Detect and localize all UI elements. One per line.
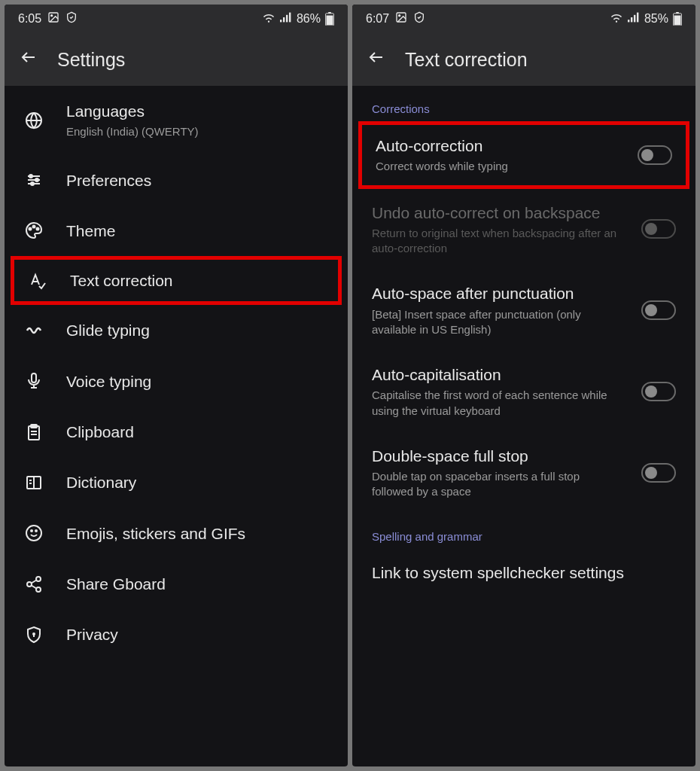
item-title: Languages: [66, 101, 328, 121]
book-icon: [24, 474, 44, 492]
svg-rect-44: [634, 15, 635, 23]
svg-point-38: [33, 633, 35, 635]
toggle-double-space[interactable]: [641, 463, 676, 483]
svg-point-31: [31, 530, 32, 532]
item-title: Dictionary: [66, 472, 328, 492]
text-correction-screen: 6:07 85% Text correction Corrections Aut…: [352, 5, 695, 766]
row-undo-autocorrect: Undo auto-correct on backspace Return to…: [352, 189, 695, 270]
wifi-icon: [262, 12, 275, 26]
settings-item-clipboard[interactable]: Clipboard: [5, 407, 348, 457]
row-subtitle: [Beta] Insert space after punctuation (o…: [372, 307, 619, 338]
svg-point-41: [399, 15, 400, 17]
svg-point-1: [51, 15, 53, 17]
row-auto-space[interactable]: Auto-space after punctuation [Beta] Inse…: [352, 270, 695, 351]
item-title: Preferences: [66, 170, 328, 190]
status-bar: 6:07 85%: [352, 5, 695, 33]
settings-item-text-correction[interactable]: Text correction: [11, 256, 342, 305]
settings-item-theme[interactable]: Theme: [5, 206, 348, 256]
settings-item-emojis[interactable]: Emojis, stickers and GIFs: [5, 508, 348, 559]
row-subtitle: Capitalise the first word of each senten…: [372, 388, 619, 419]
svg-rect-45: [637, 13, 638, 23]
row-auto-correction[interactable]: Auto-correction Correct words while typi…: [358, 121, 689, 189]
row-auto-capitalisation[interactable]: Auto-capitalisation Capitalise the first…: [352, 351, 695, 432]
share-icon: [24, 575, 44, 593]
image-icon: [395, 11, 407, 26]
row-subtitle: Correct words while typing: [376, 159, 615, 174]
row-title: Undo auto-correct on backspace: [372, 203, 619, 223]
svg-point-17: [31, 182, 34, 185]
settings-screen: 6:05 86% Settings Languages English (Ind…: [5, 5, 348, 766]
image-icon: [47, 11, 59, 26]
svg-line-37: [32, 585, 37, 588]
squiggle-icon: [24, 322, 44, 340]
svg-point-30: [26, 526, 41, 541]
row-spellchecker-link[interactable]: Link to system spellchecker settings: [352, 549, 695, 596]
settings-item-share[interactable]: Share Gboard: [5, 559, 348, 609]
item-title: Text correction: [70, 270, 324, 291]
toggle-auto-space[interactable]: [641, 300, 676, 320]
item-title: Privacy: [66, 624, 328, 645]
settings-list: Languages English (India) (QWERTY) Prefe…: [5, 86, 348, 766]
item-title: Glide typing: [66, 320, 328, 340]
settings-item-languages[interactable]: Languages English (India) (QWERTY): [5, 86, 348, 155]
toggle-auto-correction[interactable]: [638, 145, 672, 165]
settings-item-glide-typing[interactable]: Glide typing: [5, 305, 348, 355]
row-title: Double-space full stop: [372, 446, 619, 466]
globe-icon: [24, 111, 44, 130]
wifi-icon: [610, 12, 623, 26]
check-icon: [65, 11, 78, 26]
item-title: Voice typing: [66, 371, 328, 392]
row-subtitle: Return to original text when backspacing…: [372, 226, 619, 257]
status-bar: 6:05 86%: [5, 5, 348, 33]
svg-point-16: [35, 178, 38, 181]
sliders-icon: [24, 171, 44, 189]
app-bar: Settings: [5, 33, 348, 86]
svg-point-15: [29, 175, 32, 178]
svg-point-34: [27, 582, 32, 587]
battery-percent: 86%: [297, 12, 321, 26]
row-title: Auto-space after punctuation: [372, 283, 619, 303]
svg-rect-21: [32, 373, 36, 382]
signal-icon: [280, 12, 292, 26]
svg-point-19: [33, 226, 35, 228]
status-time: 6:07: [366, 12, 389, 26]
section-spelling: Spelling and grammar: [352, 513, 695, 549]
settings-item-preferences[interactable]: Preferences: [5, 155, 348, 206]
row-subtitle: Double tap on spacebar inserts a full st…: [372, 469, 619, 500]
svg-rect-3: [283, 17, 285, 22]
settings-item-voice-typing[interactable]: Voice typing: [5, 356, 348, 407]
item-subtitle: English (India) (QWERTY): [66, 124, 328, 139]
item-title: Theme: [66, 221, 328, 241]
row-title: Auto-capitalisation: [372, 364, 619, 385]
row-title: Auto-correction: [376, 136, 615, 156]
item-title: Emojis, stickers and GIFs: [66, 523, 328, 544]
battery-icon: [673, 12, 682, 26]
app-bar: Text correction: [352, 33, 695, 86]
settings-item-dictionary[interactable]: Dictionary: [5, 457, 348, 507]
shield-icon: [24, 626, 44, 644]
row-title: Link to system spellchecker settings: [372, 562, 676, 583]
toggle-auto-capitalisation[interactable]: [641, 382, 676, 401]
svg-rect-5: [289, 13, 291, 23]
palette-icon: [24, 221, 44, 239]
textcheck-icon: [28, 272, 47, 290]
svg-rect-48: [674, 16, 681, 26]
clipboard-icon: [24, 423, 44, 441]
svg-point-18: [29, 228, 32, 230]
check-icon: [413, 11, 425, 26]
battery-icon: [325, 12, 334, 26]
svg-line-36: [32, 580, 37, 583]
battery-percent: 85%: [644, 12, 668, 26]
svg-rect-43: [631, 17, 632, 22]
section-corrections: Corrections: [352, 86, 695, 121]
svg-point-33: [36, 577, 41, 581]
item-title: Clipboard: [66, 422, 328, 442]
toggle-undo-autocorrect: [641, 219, 676, 239]
page-title: Settings: [57, 49, 125, 71]
back-arrow-icon[interactable]: [20, 48, 38, 71]
page-title: Text correction: [405, 49, 528, 71]
row-double-space[interactable]: Double-space full stop Double tap on spa…: [352, 432, 695, 513]
settings-item-privacy[interactable]: Privacy: [5, 609, 348, 660]
back-arrow-icon[interactable]: [367, 48, 385, 71]
item-title: Share Gboard: [66, 574, 328, 594]
